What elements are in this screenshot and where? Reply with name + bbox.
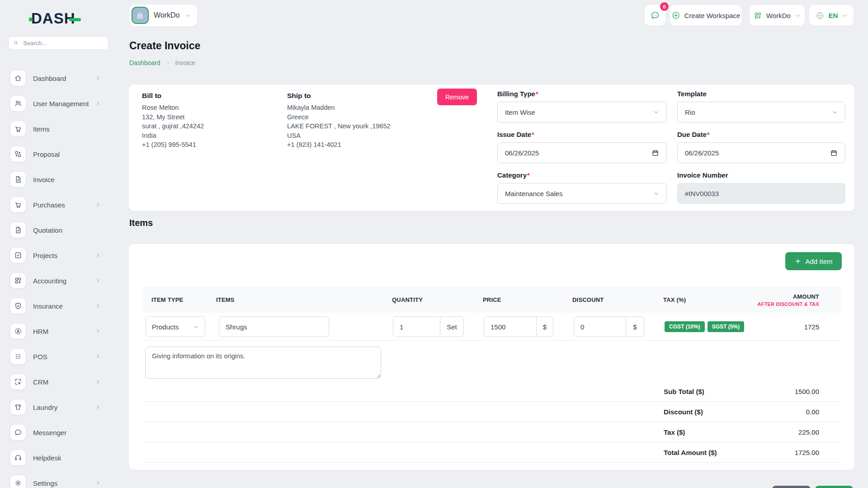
app-switcher-button[interactable]: WorkDo	[750, 5, 805, 26]
item-type-select[interactable]: Products	[146, 316, 205, 337]
headset-icon	[10, 450, 26, 465]
sidebar-item-settings[interactable]: Settings	[0, 470, 118, 488]
discount-currency-addon: $	[626, 317, 644, 337]
items-table-header: ITEM TYPE ITEMS QUANTITY PRICE DISCOUNT …	[142, 287, 841, 313]
gear-icon	[10, 475, 26, 488]
footer-secondary-button[interactable]	[772, 486, 811, 488]
totals-row: Tax ($)225.00	[142, 422, 841, 442]
sidebar-item-purchases[interactable]: Purchases	[0, 192, 118, 217]
sidebar-item-label: User Management	[33, 100, 89, 108]
chevron-down-icon	[795, 13, 801, 19]
category-value: Maintenance Sales	[505, 190, 563, 197]
logo-accent-dot	[29, 18, 33, 21]
field-label-text: Invoice Number	[677, 171, 728, 179]
chevron-right-icon	[95, 328, 101, 334]
billing-type-select[interactable]: Item Wise	[497, 102, 667, 122]
search-input[interactable]	[22, 39, 104, 47]
breadcrumb: Dashboard Invoice	[129, 59, 195, 66]
calendar-icon	[830, 149, 838, 157]
template-select[interactable]: Rio	[677, 102, 845, 122]
required-mark: *	[707, 131, 710, 138]
amount-header-sub: AFTER DISCOUNT & TAX	[758, 301, 819, 307]
sidebar-item-pos[interactable]: POS	[0, 344, 118, 369]
sidebar-item-label: Helpdesk	[33, 454, 61, 462]
workspace-selector[interactable]: WorkDo	[129, 5, 197, 26]
discount-input[interactable]	[574, 317, 626, 337]
sidebar-item-accounting[interactable]: Accounting	[0, 268, 118, 293]
grid-plus-icon	[10, 273, 26, 288]
app-logo[interactable]: DASH	[29, 10, 81, 27]
sidebar-item-user-management[interactable]: User Management	[0, 91, 118, 116]
billing-type-label: Billing Type*	[497, 90, 667, 98]
invoice-number-value: #INV00033	[685, 190, 719, 197]
workspace-avatar	[132, 7, 149, 24]
invoice-number-label: Invoice Number	[677, 171, 845, 179]
issue-date-input[interactable]: 06/26/2025	[497, 142, 667, 163]
add-item-button[interactable]: Add Item	[785, 252, 842, 270]
create-workspace-button[interactable]: Create Workspace	[670, 5, 741, 26]
field-label-text: Billing Type	[497, 90, 535, 98]
items-card: Add Item ITEM TYPE ITEMS QUANTITY PRICE …	[129, 244, 854, 470]
breadcrumb-current: Invoice	[175, 59, 195, 66]
sidebar-item-messenger[interactable]: Messenger	[0, 420, 118, 445]
app-switcher-label: WorkDo	[766, 12, 791, 19]
grid-plus-icon	[754, 11, 762, 20]
calendar-icon	[651, 149, 659, 157]
messages-button[interactable]: 0	[645, 5, 665, 26]
bill-to-lines: Rose Melton132, My Streetsurat , gujrat …	[142, 103, 204, 150]
chevron-down-icon	[832, 109, 838, 115]
sidebar-item-laundry[interactable]: Laundry	[0, 394, 118, 420]
template-value: Rio	[685, 108, 695, 116]
due-date-label: Due Date*	[677, 131, 845, 138]
tax-badge: CGST (10%)	[665, 321, 705, 332]
breadcrumb-dashboard-link[interactable]: Dashboard	[129, 59, 160, 66]
remove-button[interactable]: Remove	[437, 89, 477, 105]
sidebar-item-quotation[interactable]: Quotation	[0, 217, 118, 243]
sidebar-item-label: Proposal	[33, 150, 60, 158]
ship-to-heading: Ship to	[287, 92, 391, 100]
due-date-input[interactable]: 06/26/2025	[677, 142, 845, 163]
workspace-name: WorkDo	[154, 11, 180, 19]
totals-row: Total Amount ($)1725.00	[142, 442, 841, 463]
item-row: Products Set $ $ CGST (10%)SGST (5%) 172…	[142, 316, 841, 337]
chevron-right-icon	[95, 404, 101, 410]
item-name-input[interactable]	[219, 316, 329, 337]
footer-primary-button[interactable]	[815, 486, 853, 488]
sidebar-item-label: Projects	[33, 252, 57, 259]
field-label-text: Category	[497, 171, 527, 179]
notification-badge: 0	[660, 2, 669, 11]
col-header-item-type: ITEM TYPE	[151, 287, 183, 313]
plus-icon	[794, 258, 802, 265]
ship-to-block: Ship to Mikayla MaddenGreeceLAKE FOREST …	[287, 92, 391, 150]
col-header-tax: TAX (%)	[663, 287, 686, 313]
language-selector[interactable]: EN	[809, 5, 854, 26]
sidebar-search[interactable]	[8, 36, 108, 50]
sidebar-item-hrm[interactable]: HRM	[0, 319, 118, 344]
sidebar-item-label: Invoice	[33, 176, 55, 183]
checkbox-icon	[10, 248, 26, 263]
totals-row: Sub Total ($)1500.00	[142, 381, 841, 402]
sidebar: DASH DashboardUser ManagementItemsPropos…	[0, 0, 118, 488]
item-description-textarea[interactable]: Giving information on its origins.	[145, 347, 381, 379]
quantity-input[interactable]	[393, 317, 440, 337]
home-icon	[10, 70, 26, 86]
billing-type-value: Item Wise	[505, 108, 535, 116]
bill-to-heading: Bill to	[142, 92, 204, 100]
chevron-right-icon	[95, 278, 101, 283]
sidebar-item-insurance[interactable]: Insurance	[0, 293, 118, 319]
sidebar-item-helpdesk[interactable]: Helpdesk	[0, 445, 118, 470]
sidebar-item-proposal[interactable]: Proposal	[0, 141, 118, 167]
row-amount-value: 1725	[804, 316, 819, 337]
totals-label: Sub Total ($)	[664, 381, 704, 401]
sidebar-item-invoice[interactable]: Invoice	[0, 167, 118, 192]
category-select[interactable]: Maintenance Sales	[497, 183, 667, 204]
sidebar-item-items[interactable]: Items	[0, 116, 118, 141]
sidebar-item-projects[interactable]: Projects	[0, 243, 118, 268]
chevron-down-icon	[193, 324, 199, 330]
price-input[interactable]	[484, 317, 536, 337]
price-group: $	[484, 316, 553, 337]
col-header-quantity: QUANTITY	[392, 287, 423, 313]
sidebar-item-crm[interactable]: CRM	[0, 369, 118, 394]
sidebar-item-dashboard[interactable]: Dashboard	[0, 66, 118, 91]
items-section-heading: Items	[129, 218, 153, 228]
